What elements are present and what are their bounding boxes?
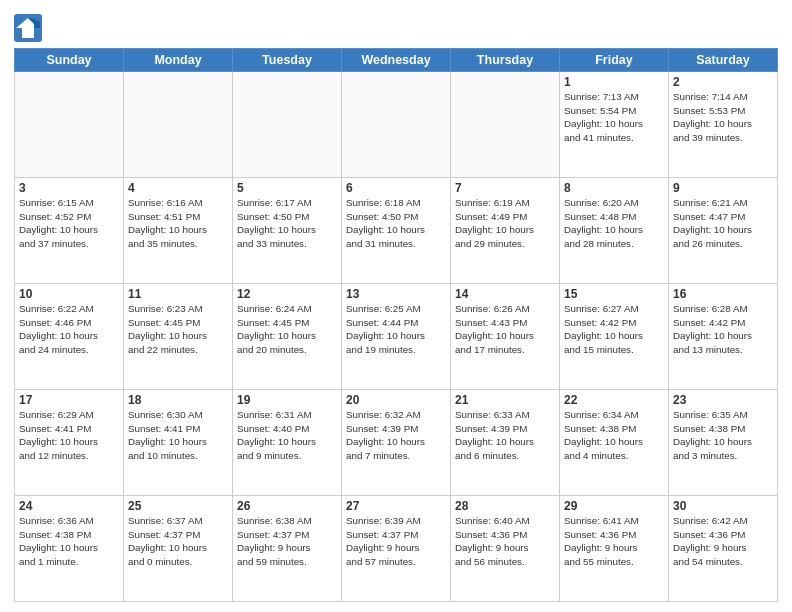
calendar-cell: 25Sunrise: 6:37 AM Sunset: 4:37 PM Dayli…: [124, 496, 233, 602]
day-info: Sunrise: 6:31 AM Sunset: 4:40 PM Dayligh…: [237, 408, 337, 463]
day-number: 6: [346, 181, 446, 195]
calendar-cell: 3Sunrise: 6:15 AM Sunset: 4:52 PM Daylig…: [15, 178, 124, 284]
logo: [14, 14, 46, 42]
day-info: Sunrise: 7:13 AM Sunset: 5:54 PM Dayligh…: [564, 90, 664, 145]
day-number: 4: [128, 181, 228, 195]
weekday-thursday: Thursday: [451, 49, 560, 72]
week-row-1: 1Sunrise: 7:13 AM Sunset: 5:54 PM Daylig…: [15, 72, 778, 178]
day-number: 24: [19, 499, 119, 513]
calendar-cell: 14Sunrise: 6:26 AM Sunset: 4:43 PM Dayli…: [451, 284, 560, 390]
calendar-cell: 12Sunrise: 6:24 AM Sunset: 4:45 PM Dayli…: [233, 284, 342, 390]
day-number: 5: [237, 181, 337, 195]
day-number: 13: [346, 287, 446, 301]
weekday-friday: Friday: [560, 49, 669, 72]
calendar-cell: 2Sunrise: 7:14 AM Sunset: 5:53 PM Daylig…: [669, 72, 778, 178]
calendar-cell: 28Sunrise: 6:40 AM Sunset: 4:36 PM Dayli…: [451, 496, 560, 602]
day-number: 30: [673, 499, 773, 513]
day-info: Sunrise: 6:20 AM Sunset: 4:48 PM Dayligh…: [564, 196, 664, 251]
day-info: Sunrise: 6:16 AM Sunset: 4:51 PM Dayligh…: [128, 196, 228, 251]
day-number: 25: [128, 499, 228, 513]
logo-icon: [14, 14, 42, 42]
calendar: SundayMondayTuesdayWednesdayThursdayFrid…: [14, 48, 778, 602]
calendar-cell: 5Sunrise: 6:17 AM Sunset: 4:50 PM Daylig…: [233, 178, 342, 284]
weekday-header-row: SundayMondayTuesdayWednesdayThursdayFrid…: [15, 49, 778, 72]
day-number: 26: [237, 499, 337, 513]
weekday-tuesday: Tuesday: [233, 49, 342, 72]
week-row-2: 3Sunrise: 6:15 AM Sunset: 4:52 PM Daylig…: [15, 178, 778, 284]
day-number: 23: [673, 393, 773, 407]
day-number: 11: [128, 287, 228, 301]
weekday-wednesday: Wednesday: [342, 49, 451, 72]
day-info: Sunrise: 6:33 AM Sunset: 4:39 PM Dayligh…: [455, 408, 555, 463]
day-info: Sunrise: 6:38 AM Sunset: 4:37 PM Dayligh…: [237, 514, 337, 569]
day-info: Sunrise: 6:36 AM Sunset: 4:38 PM Dayligh…: [19, 514, 119, 569]
calendar-cell: [451, 72, 560, 178]
day-info: Sunrise: 6:35 AM Sunset: 4:38 PM Dayligh…: [673, 408, 773, 463]
day-info: Sunrise: 6:34 AM Sunset: 4:38 PM Dayligh…: [564, 408, 664, 463]
day-info: Sunrise: 6:17 AM Sunset: 4:50 PM Dayligh…: [237, 196, 337, 251]
day-number: 16: [673, 287, 773, 301]
calendar-cell: 19Sunrise: 6:31 AM Sunset: 4:40 PM Dayli…: [233, 390, 342, 496]
calendar-cell: 10Sunrise: 6:22 AM Sunset: 4:46 PM Dayli…: [15, 284, 124, 390]
day-info: Sunrise: 6:23 AM Sunset: 4:45 PM Dayligh…: [128, 302, 228, 357]
calendar-cell: 4Sunrise: 6:16 AM Sunset: 4:51 PM Daylig…: [124, 178, 233, 284]
weekday-monday: Monday: [124, 49, 233, 72]
calendar-cell: 24Sunrise: 6:36 AM Sunset: 4:38 PM Dayli…: [15, 496, 124, 602]
calendar-cell: [15, 72, 124, 178]
day-info: Sunrise: 6:39 AM Sunset: 4:37 PM Dayligh…: [346, 514, 446, 569]
calendar-cell: 20Sunrise: 6:32 AM Sunset: 4:39 PM Dayli…: [342, 390, 451, 496]
day-info: Sunrise: 6:18 AM Sunset: 4:50 PM Dayligh…: [346, 196, 446, 251]
day-info: Sunrise: 6:15 AM Sunset: 4:52 PM Dayligh…: [19, 196, 119, 251]
day-info: Sunrise: 7:14 AM Sunset: 5:53 PM Dayligh…: [673, 90, 773, 145]
calendar-cell: 18Sunrise: 6:30 AM Sunset: 4:41 PM Dayli…: [124, 390, 233, 496]
calendar-cell: 6Sunrise: 6:18 AM Sunset: 4:50 PM Daylig…: [342, 178, 451, 284]
day-number: 1: [564, 75, 664, 89]
page: SundayMondayTuesdayWednesdayThursdayFrid…: [0, 0, 792, 612]
day-info: Sunrise: 6:32 AM Sunset: 4:39 PM Dayligh…: [346, 408, 446, 463]
week-row-5: 24Sunrise: 6:36 AM Sunset: 4:38 PM Dayli…: [15, 496, 778, 602]
calendar-cell: [233, 72, 342, 178]
day-number: 10: [19, 287, 119, 301]
calendar-cell: 7Sunrise: 6:19 AM Sunset: 4:49 PM Daylig…: [451, 178, 560, 284]
calendar-cell: 23Sunrise: 6:35 AM Sunset: 4:38 PM Dayli…: [669, 390, 778, 496]
day-info: Sunrise: 6:22 AM Sunset: 4:46 PM Dayligh…: [19, 302, 119, 357]
day-number: 20: [346, 393, 446, 407]
calendar-cell: 1Sunrise: 7:13 AM Sunset: 5:54 PM Daylig…: [560, 72, 669, 178]
day-number: 2: [673, 75, 773, 89]
day-number: 17: [19, 393, 119, 407]
calendar-cell: 9Sunrise: 6:21 AM Sunset: 4:47 PM Daylig…: [669, 178, 778, 284]
day-info: Sunrise: 6:25 AM Sunset: 4:44 PM Dayligh…: [346, 302, 446, 357]
week-row-4: 17Sunrise: 6:29 AM Sunset: 4:41 PM Dayli…: [15, 390, 778, 496]
day-number: 28: [455, 499, 555, 513]
day-info: Sunrise: 6:28 AM Sunset: 4:42 PM Dayligh…: [673, 302, 773, 357]
day-number: 19: [237, 393, 337, 407]
day-info: Sunrise: 6:37 AM Sunset: 4:37 PM Dayligh…: [128, 514, 228, 569]
day-number: 9: [673, 181, 773, 195]
calendar-cell: 17Sunrise: 6:29 AM Sunset: 4:41 PM Dayli…: [15, 390, 124, 496]
day-number: 18: [128, 393, 228, 407]
day-info: Sunrise: 6:41 AM Sunset: 4:36 PM Dayligh…: [564, 514, 664, 569]
calendar-cell: 16Sunrise: 6:28 AM Sunset: 4:42 PM Dayli…: [669, 284, 778, 390]
day-info: Sunrise: 6:29 AM Sunset: 4:41 PM Dayligh…: [19, 408, 119, 463]
calendar-cell: [124, 72, 233, 178]
day-number: 22: [564, 393, 664, 407]
day-number: 12: [237, 287, 337, 301]
calendar-cell: 27Sunrise: 6:39 AM Sunset: 4:37 PM Dayli…: [342, 496, 451, 602]
day-number: 21: [455, 393, 555, 407]
day-info: Sunrise: 6:24 AM Sunset: 4:45 PM Dayligh…: [237, 302, 337, 357]
day-number: 29: [564, 499, 664, 513]
weekday-sunday: Sunday: [15, 49, 124, 72]
calendar-cell: 26Sunrise: 6:38 AM Sunset: 4:37 PM Dayli…: [233, 496, 342, 602]
day-info: Sunrise: 6:26 AM Sunset: 4:43 PM Dayligh…: [455, 302, 555, 357]
day-number: 3: [19, 181, 119, 195]
day-number: 14: [455, 287, 555, 301]
header: [14, 10, 778, 42]
day-info: Sunrise: 6:40 AM Sunset: 4:36 PM Dayligh…: [455, 514, 555, 569]
calendar-cell: 15Sunrise: 6:27 AM Sunset: 4:42 PM Dayli…: [560, 284, 669, 390]
day-number: 8: [564, 181, 664, 195]
calendar-cell: 22Sunrise: 6:34 AM Sunset: 4:38 PM Dayli…: [560, 390, 669, 496]
calendar-cell: [342, 72, 451, 178]
weekday-saturday: Saturday: [669, 49, 778, 72]
day-info: Sunrise: 6:21 AM Sunset: 4:47 PM Dayligh…: [673, 196, 773, 251]
day-info: Sunrise: 6:42 AM Sunset: 4:36 PM Dayligh…: [673, 514, 773, 569]
